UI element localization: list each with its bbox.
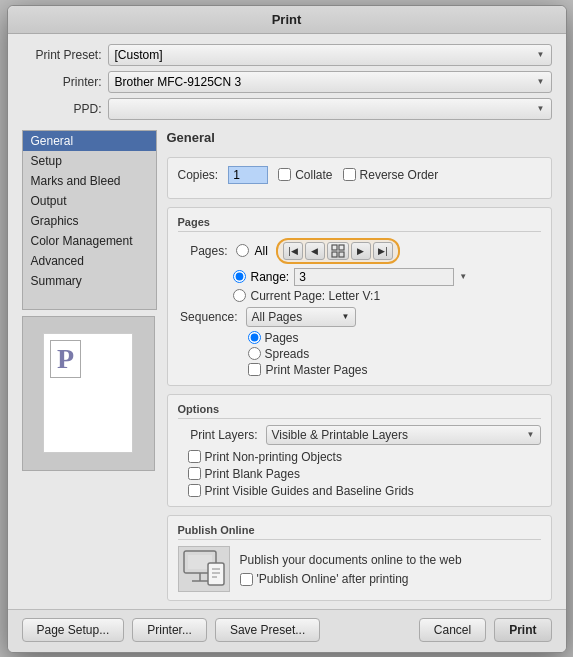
sidebar-item-advanced[interactable]: Advanced xyxy=(23,251,156,271)
print-button[interactable]: Print xyxy=(494,618,551,642)
dialog-body: Print Preset: [Custom] ▼ Printer: Brothe… xyxy=(8,34,566,609)
sidebar-item-graphics[interactable]: Graphics xyxy=(23,211,156,231)
non-printing-row: Print Non-printing Objects xyxy=(188,450,541,464)
sequence-row: Sequence: All Pages ▼ xyxy=(178,307,541,327)
last-page-button[interactable]: ▶| xyxy=(373,242,393,260)
copies-input[interactable] xyxy=(228,166,268,184)
ppd-row: PPD: ▼ xyxy=(22,98,552,120)
range-label: Range: xyxy=(251,270,290,284)
options-checkboxes: Print Non-printing Objects Print Blank P… xyxy=(178,450,541,498)
page-preview: P xyxy=(22,316,155,471)
pages-radio-row: Pages xyxy=(248,331,541,345)
reverse-order-label: Reverse Order xyxy=(360,168,439,182)
publish-online-header: Publish Online xyxy=(178,524,541,540)
pages-grid-button[interactable] xyxy=(327,242,349,260)
save-preset-button[interactable]: Save Preset... xyxy=(215,618,320,642)
print-master-row: Print Master Pages xyxy=(178,363,541,377)
pages-current-radio[interactable] xyxy=(233,289,246,302)
sidebar: General Setup Marks and Bleed Output Gra… xyxy=(22,130,157,601)
sidebar-item-setup[interactable]: Setup xyxy=(23,151,156,171)
sequence-value: All Pages xyxy=(252,310,303,324)
next-page-button[interactable]: ▶ xyxy=(351,242,371,260)
sequence-dropdown[interactable]: All Pages ▼ xyxy=(246,307,356,327)
prev-page-button[interactable]: ◀ xyxy=(305,242,325,260)
pages-type-radio[interactable] xyxy=(248,331,261,344)
right-buttons: Cancel Print xyxy=(419,618,552,642)
page-setup-button[interactable]: Page Setup... xyxy=(22,618,125,642)
print-layers-dropdown[interactable]: Visible & Printable Layers ▼ xyxy=(266,425,541,445)
publish-text-area: Publish your documents online to the web… xyxy=(240,551,462,586)
preview-p-icon: P xyxy=(50,340,81,378)
print-master-checkbox[interactable] xyxy=(248,363,261,376)
printer-value: Brother MFC-9125CN 3 xyxy=(115,75,242,89)
range-dropdown-arrow: ▼ xyxy=(459,272,467,281)
pages-all-row: Pages: All |◀ ◀ xyxy=(178,238,541,264)
reverse-order-checkbox[interactable] xyxy=(343,168,356,181)
svg-rect-1 xyxy=(339,245,344,250)
blank-pages-label: Print Blank Pages xyxy=(205,467,300,481)
printer-button[interactable]: Printer... xyxy=(132,618,207,642)
current-page-label: Current Page: Letter V:1 xyxy=(251,289,381,303)
pages-section: Pages Pages: All |◀ ◀ xyxy=(167,207,552,386)
sidebar-item-summary[interactable]: Summary xyxy=(23,271,156,291)
print-preset-dropdown[interactable]: [Custom] ▼ xyxy=(108,44,552,66)
sidebar-item-output[interactable]: Output xyxy=(23,191,156,211)
copies-label: Copies: xyxy=(178,168,219,182)
print-layers-row: Print Layers: Visible & Printable Layers… xyxy=(178,425,541,445)
publish-description: Publish your documents online to the web xyxy=(240,551,462,569)
chevron-down-icon: ▼ xyxy=(537,77,545,86)
pages-header: Pages xyxy=(178,216,541,232)
section-title: General xyxy=(167,130,552,145)
print-preset-value: [Custom] xyxy=(115,48,163,62)
collate-label: Collate xyxy=(295,168,332,182)
blank-pages-row: Print Blank Pages xyxy=(188,467,541,481)
non-printing-checkbox[interactable] xyxy=(188,450,201,463)
range-input[interactable] xyxy=(294,268,454,286)
printer-row: Printer: Brother MFC-9125CN 3 ▼ xyxy=(22,71,552,93)
range-row: Range: ▼ xyxy=(178,268,541,286)
chevron-down-icon: ▼ xyxy=(527,430,535,439)
ppd-label: PPD: xyxy=(22,102,102,116)
svg-rect-8 xyxy=(208,563,224,585)
publish-after-print-checkbox[interactable] xyxy=(240,573,253,586)
chevron-down-icon: ▼ xyxy=(537,104,545,113)
title-text: Print xyxy=(272,12,302,27)
printer-label: Printer: xyxy=(22,75,102,89)
content-panel: General Copies: Collate Reverse Order xyxy=(167,130,552,601)
publish-inner: Publish your documents online to the web… xyxy=(178,546,541,592)
publish-online-section: Publish Online xyxy=(167,515,552,601)
spreads-type-radio[interactable] xyxy=(248,347,261,360)
print-master-label: Print Master Pages xyxy=(266,363,368,377)
non-printing-label: Print Non-printing Objects xyxy=(205,450,342,464)
printer-dropdown[interactable]: Brother MFC-9125CN 3 ▼ xyxy=(108,71,552,93)
sidebar-item-color-management[interactable]: Color Management xyxy=(23,231,156,251)
reverse-order-row: Reverse Order xyxy=(343,168,439,182)
spreads-type-label: Spreads xyxy=(265,347,310,361)
visible-guides-checkbox[interactable] xyxy=(188,484,201,497)
left-buttons: Page Setup... Printer... Save Preset... xyxy=(22,618,321,642)
svg-rect-0 xyxy=(332,245,337,250)
page-nav-controls: |◀ ◀ ▶ ▶| xyxy=(276,238,400,264)
sidebar-item-general[interactable]: General xyxy=(23,131,156,151)
visible-guides-label: Print Visible Guides and Baseline Grids xyxy=(205,484,414,498)
blank-pages-checkbox[interactable] xyxy=(188,467,201,480)
print-preset-row: Print Preset: [Custom] ▼ xyxy=(22,44,552,66)
bottom-buttons: Page Setup... Printer... Save Preset... … xyxy=(8,609,566,652)
svg-rect-3 xyxy=(339,252,344,257)
copies-row: Copies: Collate Reverse Order xyxy=(178,166,541,184)
pages-all-radio[interactable] xyxy=(236,244,249,257)
ppd-dropdown[interactable]: ▼ xyxy=(108,98,552,120)
pages-range-radio[interactable] xyxy=(233,270,246,283)
copies-section: Copies: Collate Reverse Order xyxy=(167,157,552,199)
print-dialog: Print Print Preset: [Custom] ▼ Printer: … xyxy=(7,5,567,653)
all-label: All xyxy=(255,244,268,258)
cancel-button[interactable]: Cancel xyxy=(419,618,486,642)
dialog-title: Print xyxy=(8,6,566,34)
sidebar-item-marks-and-bleed[interactable]: Marks and Bleed xyxy=(23,171,156,191)
collate-checkbox[interactable] xyxy=(278,168,291,181)
first-page-button[interactable]: |◀ xyxy=(283,242,303,260)
main-area: General Setup Marks and Bleed Output Gra… xyxy=(22,130,552,601)
print-preset-label: Print Preset: xyxy=(22,48,102,62)
publish-checkbox-row: 'Publish Online' after printing xyxy=(240,572,462,586)
preview-inner: P xyxy=(43,333,133,453)
